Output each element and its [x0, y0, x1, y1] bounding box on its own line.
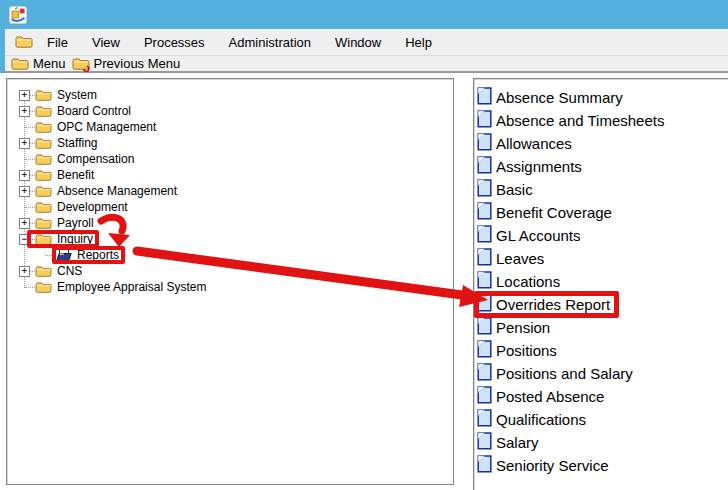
report-list-item[interactable]: Absence and Timesheets: [477, 109, 728, 132]
folder-icon: [35, 281, 52, 294]
report-document-icon: [477, 225, 492, 246]
previous-menu-button[interactable]: Previous Menu: [69, 55, 184, 72]
tree-item-highlighted[interactable]: − Inquiry: [7, 231, 453, 247]
folder-icon: [35, 89, 52, 102]
folder-icon: [35, 137, 52, 150]
expand-toggle-icon[interactable]: +: [19, 186, 30, 197]
folder-icon: [35, 121, 52, 134]
tree-item[interactable]: + System: [7, 87, 453, 103]
report-list-item[interactable]: Posted Absence: [477, 385, 728, 408]
report-list-item[interactable]: Assignments: [477, 155, 728, 178]
menu-help[interactable]: Help: [393, 29, 444, 56]
menu-button[interactable]: Menu: [8, 55, 69, 72]
menu-view[interactable]: View: [80, 29, 132, 56]
tree-item-label: Inquiry: [55, 232, 95, 246]
report-list-item[interactable]: Positions and Salary: [477, 362, 728, 385]
tree-item[interactable]: + CNS: [7, 263, 453, 279]
report-item-label: Basic: [494, 181, 535, 198]
report-list-item[interactable]: Basic: [477, 178, 728, 201]
tree-item[interactable]: + Absence Management: [7, 183, 453, 199]
report-item-label: Leaves: [494, 250, 546, 267]
report-item-label: Allowances: [494, 135, 574, 152]
report-item-label: Locations: [494, 273, 562, 290]
folder-icon: [35, 153, 52, 166]
tree-item[interactable]: + Benefit: [7, 167, 453, 183]
report-list-item[interactable]: Locations: [477, 270, 728, 293]
tree-item[interactable]: Employee Appraisal System: [7, 279, 453, 295]
report-item-label: Qualifications: [494, 411, 588, 428]
report-document-icon: [477, 248, 492, 269]
report-item-label: Absence Summary: [494, 89, 625, 106]
report-item-label: Overrides Report: [494, 296, 612, 313]
tree-item-label: Reports: [75, 248, 121, 262]
tree-item-label: Absence Management: [55, 184, 179, 198]
report-list-item[interactable]: Positions: [477, 339, 728, 362]
folder-icon: [35, 233, 52, 246]
folder-icon: [35, 185, 52, 198]
expand-toggle-icon[interactable]: +: [19, 106, 30, 117]
tree-item-label: Benefit: [55, 168, 96, 182]
expand-toggle-icon[interactable]: −: [19, 234, 30, 245]
report-list-item[interactable]: Seniority Service: [477, 454, 728, 477]
report-document-icon: [477, 133, 492, 154]
report-list-item[interactable]: Allowances: [477, 132, 728, 155]
menu-window[interactable]: Window: [323, 29, 393, 56]
expand-toggle-icon[interactable]: +: [19, 170, 30, 181]
report-item-label: Positions and Salary: [494, 365, 635, 382]
report-list-item[interactable]: Benefit Coverage: [477, 201, 728, 224]
report-list-item[interactable]: GL Accounts: [477, 224, 728, 247]
report-document-icon: [477, 409, 492, 430]
report-document-icon: [477, 432, 492, 453]
report-list-item[interactable]: Absence Summary: [477, 86, 728, 109]
expand-toggle-icon[interactable]: +: [19, 266, 30, 277]
folder-back-icon: [72, 57, 90, 71]
toolbar: Menu Previous Menu: [5, 56, 728, 73]
report-item-label: Assignments: [494, 158, 584, 175]
tree-item[interactable]: + Board Control: [7, 103, 453, 119]
report-item-label: Benefit Coverage: [494, 204, 614, 221]
menu-administration[interactable]: Administration: [217, 29, 323, 56]
folder-icon: [15, 35, 33, 49]
report-document-icon: [477, 156, 492, 177]
report-item-label: Positions: [494, 342, 559, 359]
content-area: + System +: [0, 73, 728, 490]
menu-file[interactable]: File: [35, 29, 80, 56]
menu-button-label: Menu: [33, 56, 66, 71]
application-window: File View Processes Administration Windo…: [0, 0, 728, 490]
tree-item[interactable]: + Payroll: [7, 215, 453, 231]
reports-list-panel: Absence Summary Absence and Timesheets A…: [473, 78, 728, 490]
tree-item-highlighted[interactable]: Reports: [7, 247, 453, 263]
report-document-icon: [477, 179, 492, 200]
app-icon: [9, 6, 27, 24]
report-list-item-highlighted[interactable]: Overrides Report: [477, 293, 728, 316]
folder-icon: [35, 169, 52, 182]
tree-item-label: Payroll: [55, 216, 96, 230]
tree-item[interactable]: OPC Management: [7, 119, 453, 135]
expand-toggle-icon[interactable]: +: [19, 218, 30, 229]
tree-item-label: CNS: [55, 264, 84, 278]
report-list-item[interactable]: Salary: [477, 431, 728, 454]
folder-icon: [35, 105, 52, 118]
tree-item-label: Employee Appraisal System: [55, 280, 208, 294]
report-list-item[interactable]: Qualifications: [477, 408, 728, 431]
expand-toggle-icon[interactable]: +: [19, 90, 30, 101]
tree-item[interactable]: Development: [7, 199, 453, 215]
tree-item-label: System: [55, 88, 99, 102]
menu-processes[interactable]: Processes: [132, 29, 217, 56]
report-list-item[interactable]: Pension: [477, 316, 728, 339]
tree-item[interactable]: Compensation: [7, 151, 453, 167]
folder-icon: [35, 265, 52, 278]
expand-toggle-icon[interactable]: +: [19, 138, 30, 149]
tree-item[interactable]: + Staffing: [7, 135, 453, 151]
previous-menu-button-label: Previous Menu: [94, 56, 181, 71]
report-document-icon: [477, 271, 492, 292]
report-item-label: Absence and Timesheets: [494, 112, 666, 129]
report-item-label: Pension: [494, 319, 552, 336]
reports-folder-icon: [56, 248, 72, 262]
report-list-item[interactable]: Leaves: [477, 247, 728, 270]
report-document-icon: [477, 386, 492, 407]
report-document-icon: [477, 87, 492, 108]
folder-icon: [35, 201, 52, 214]
report-document-icon: [477, 455, 492, 476]
report-document-icon: [477, 294, 492, 315]
